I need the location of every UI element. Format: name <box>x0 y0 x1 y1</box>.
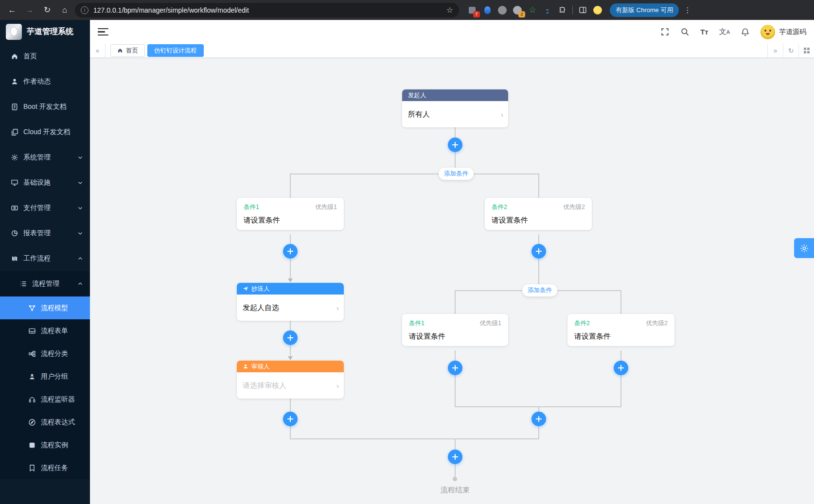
start-node-header: 发起人 <box>402 89 508 101</box>
bookmark-star-icon[interactable]: ☆ <box>446 5 453 15</box>
start-node-body[interactable]: 所有人› <box>402 101 508 127</box>
flow-icon <box>11 255 18 262</box>
sidebar-item-17[interactable]: 流程任务 <box>0 456 90 479</box>
tabs-scroll-right-icon[interactable]: » <box>767 44 783 57</box>
add-node-button[interactable] <box>283 330 298 345</box>
condition-value: 请设置条件 <box>244 216 337 225</box>
condition-node[interactable]: 条件2优先级2 请设置条件 <box>567 314 674 346</box>
toolbar-divider <box>572 6 573 15</box>
add-node-button[interactable] <box>448 138 462 152</box>
fullscreen-icon[interactable] <box>660 27 670 36</box>
sidebar-item-label: 流程表单 <box>41 327 68 335</box>
extension-icon-4[interactable]: 2 <box>512 5 523 16</box>
tab-refresh-icon[interactable]: ↻ <box>783 44 798 57</box>
sidebar-menu: 首页作者动态Boot 开发文档Cloud 开发文档系统管理基础设施支付管理报表管… <box>0 44 90 479</box>
expression-icon <box>28 418 36 426</box>
chrome-update-chip[interactable]: 有新版 Chrome 可用 <box>610 3 679 17</box>
add-node-button[interactable] <box>283 244 298 259</box>
sidebar-item-11[interactable]: 流程表单 <box>0 319 90 342</box>
extension-icon-2[interactable] <box>482 5 493 16</box>
url-bar[interactable]: i 127.0.0.1/bpm/manager/simple/workflow/… <box>75 3 459 17</box>
add-node-button[interactable] <box>614 361 628 375</box>
sidebar-item-5[interactable]: 基础设施 <box>0 170 90 195</box>
app-logo-row[interactable]: 芋道管理系统 <box>0 20 90 44</box>
condition-value: 请设置条件 <box>574 332 668 341</box>
condition-node[interactable]: 条件1优先级1 请设置条件 <box>402 314 508 346</box>
refresh-icon[interactable]: ↻ <box>40 3 54 17</box>
sidebar-item-9[interactable]: 流程管理 <box>0 271 90 296</box>
workflow-canvas[interactable]: 发起人 所有人› 添加条件 添加条件 条件1优先级1 请设置条件 条件2优先级2… <box>90 58 814 504</box>
sidebar-item-0[interactable]: 首页 <box>0 44 90 69</box>
sidebar-item-2[interactable]: Boot 开发文档 <box>0 94 90 120</box>
add-node-button[interactable] <box>531 412 546 426</box>
sidebar-item-15[interactable]: 流程表达式 <box>0 411 90 434</box>
condition-node[interactable]: 条件1优先级1 请设置条件 <box>237 198 344 230</box>
sidebar-item-4[interactable]: 系统管理 <box>0 145 90 170</box>
extension-icon-3[interactable] <box>497 5 508 16</box>
sidebar-item-label: Cloud 开发文档 <box>23 128 70 137</box>
add-node-button[interactable] <box>448 361 462 375</box>
condition-title: 条件2 <box>574 319 590 328</box>
sidebar-item-6[interactable]: 支付管理 <box>0 195 90 221</box>
language-icon[interactable]: 文A <box>719 27 730 36</box>
add-condition-button[interactable]: 添加条件 <box>522 284 557 296</box>
sidebar-item-label: 流程任务 <box>41 464 68 472</box>
search-icon[interactable] <box>680 27 690 36</box>
notification-bell-icon[interactable] <box>741 27 750 36</box>
user-name: 芋道源码 <box>779 28 806 36</box>
connector-line <box>455 350 456 407</box>
extension-icon-5[interactable]: ☆ <box>527 5 538 16</box>
cc-node[interactable]: 抄送人 发起人自选› <box>237 283 344 321</box>
collapse-menu-icon[interactable] <box>98 27 108 37</box>
add-condition-button[interactable]: 添加条件 <box>439 168 474 180</box>
chevron-up-icon <box>77 281 83 287</box>
add-node-button[interactable] <box>283 412 298 426</box>
browser-home-icon[interactable]: ⌂ <box>57 3 72 17</box>
extension-badge: 2 <box>518 11 525 17</box>
sidebar-item-label: 流程模型 <box>41 304 68 313</box>
sidebar-item-13[interactable]: 用户分组 <box>0 365 90 388</box>
sidebar-item-label: 作者动态 <box>23 77 51 86</box>
site-info-icon[interactable]: i <box>81 6 88 14</box>
add-node-button[interactable] <box>448 450 462 464</box>
user-menu[interactable]: 芋道源码 <box>761 25 806 39</box>
header-actions: Tт 文A 芋道源码 <box>660 25 806 39</box>
tabs-scroll-left-icon[interactable]: « <box>90 44 106 57</box>
start-node[interactable]: 发起人 所有人› <box>402 89 508 127</box>
profile-avatar-icon[interactable] <box>592 5 603 16</box>
extensions-puzzle-icon[interactable] <box>557 5 568 16</box>
sidebar-item-10[interactable]: 流程模型 <box>0 296 90 319</box>
approver-node-header: 审核人 <box>237 361 344 372</box>
sidebar-item-16[interactable]: 流程实例 <box>0 434 90 456</box>
extension-icon-1[interactable]: 7 <box>467 5 478 16</box>
sidebar-item-7[interactable]: 报表管理 <box>0 221 90 246</box>
app-logo <box>6 24 22 40</box>
side-panel-icon[interactable] <box>577 5 588 16</box>
forward-icon[interactable]: → <box>22 3 37 17</box>
sidebar-item-1[interactable]: 作者动态 <box>0 69 90 94</box>
url-text[interactable]: 127.0.0.1/bpm/manager/simple/workflow/mo… <box>93 6 442 14</box>
approver-node[interactable]: 审核人 请选择审核人› <box>237 361 344 399</box>
sidebar-item-label: 流程实例 <box>41 441 68 450</box>
pie-icon <box>11 229 18 237</box>
sidebar-item-8[interactable]: 工作流程 <box>0 246 90 271</box>
task-icon <box>28 464 36 472</box>
back-icon[interactable]: ← <box>5 3 19 17</box>
approver-node-body[interactable]: 请选择审核人› <box>237 372 344 399</box>
add-node-button[interactable] <box>531 244 546 259</box>
font-size-icon[interactable]: Tт <box>700 27 708 36</box>
cc-node-body[interactable]: 发起人自选› <box>237 295 344 321</box>
sidebar-item-label: 首页 <box>23 52 37 61</box>
sidebar: 芋道管理系统 首页作者动态Boot 开发文档Cloud 开发文档系统管理基础设施… <box>0 20 90 504</box>
tab-1[interactable]: 仿钉钉设计流程 <box>147 44 204 57</box>
extension-icon-6[interactable]: ⌄⌄ <box>542 5 553 16</box>
browser-menu-icon[interactable]: ⋮ <box>682 6 693 15</box>
sidebar-item-14[interactable]: 流程监听器 <box>0 388 90 411</box>
sidebar-item-12[interactable]: 流程分类 <box>0 342 90 365</box>
tab-0[interactable]: 首页 <box>110 44 145 57</box>
tab-layout-icon[interactable] <box>798 44 814 57</box>
sidebar-item-3[interactable]: Cloud 开发文档 <box>0 120 90 145</box>
theme-settings-button[interactable] <box>794 238 814 258</box>
condition-node[interactable]: 条件2优先级2 请设置条件 <box>485 198 592 230</box>
tab-label: 首页 <box>126 47 138 55</box>
